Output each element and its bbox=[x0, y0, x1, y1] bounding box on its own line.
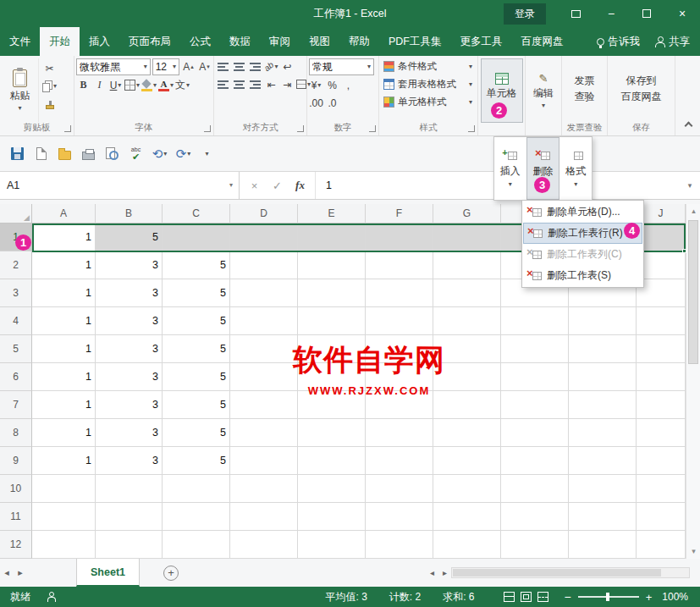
cell-B10[interactable] bbox=[96, 475, 163, 503]
cell-H5[interactable] bbox=[501, 335, 569, 363]
cell-I11[interactable] bbox=[569, 503, 637, 531]
cell-C9[interactable]: 5 bbox=[163, 447, 230, 475]
page-layout-view-button[interactable] bbox=[521, 592, 532, 602]
cell-J7[interactable] bbox=[637, 391, 686, 419]
wrap-text-button[interactable]: ↩ bbox=[280, 58, 295, 74]
close-button[interactable]: × bbox=[664, 0, 700, 27]
menu-item-delete-cells[interactable]: ×删除单元格(D)... bbox=[523, 201, 642, 223]
ribbon-tab-more-tools[interactable]: 更多工具 bbox=[451, 27, 512, 56]
cell-F2[interactable] bbox=[366, 251, 433, 279]
menu-item-delete-sheet[interactable]: ×删除工作表(S) bbox=[523, 265, 642, 286]
cell-J8[interactable] bbox=[637, 419, 686, 447]
select-all-corner[interactable]: ◢ bbox=[0, 204, 32, 223]
cell-F9[interactable] bbox=[366, 447, 433, 475]
cell-D4[interactable] bbox=[230, 307, 298, 335]
cell-J12[interactable] bbox=[637, 531, 686, 559]
font-size-select[interactable]: 12 ▾ bbox=[152, 58, 179, 75]
cell-C6[interactable]: 5 bbox=[163, 363, 230, 391]
sheet-tab-sheet1[interactable]: Sheet1 bbox=[76, 559, 140, 587]
cell-B12[interactable] bbox=[96, 531, 163, 559]
cell-C11[interactable] bbox=[163, 503, 230, 531]
col-header-E[interactable]: E bbox=[298, 204, 366, 223]
grow-font-button[interactable]: A▴ bbox=[181, 59, 196, 75]
cell-A6[interactable]: 1 bbox=[32, 363, 96, 391]
row-header-10[interactable]: 10 bbox=[0, 475, 32, 503]
cell-H10[interactable] bbox=[501, 475, 569, 503]
insert-function-button[interactable]: fx bbox=[289, 179, 311, 192]
ribbon-tab-review[interactable]: 审阅 bbox=[260, 27, 300, 56]
cell-B8[interactable]: 3 bbox=[96, 419, 163, 447]
cell-B3[interactable]: 3 bbox=[96, 279, 163, 307]
login-button[interactable]: 登录 bbox=[504, 3, 546, 25]
cell-A7[interactable]: 1 bbox=[32, 391, 96, 419]
cell-J6[interactable] bbox=[637, 363, 686, 391]
cell-F11[interactable] bbox=[366, 503, 433, 531]
cell-G2[interactable] bbox=[433, 251, 501, 279]
ribbon-tab-insert[interactable]: 插入 bbox=[80, 27, 119, 56]
zoom-in-button[interactable]: + bbox=[646, 591, 653, 604]
col-header-B[interactable]: B bbox=[96, 204, 163, 223]
scroll-down-icon[interactable]: ▾ bbox=[686, 544, 700, 559]
cell-C4[interactable]: 5 bbox=[163, 307, 230, 335]
decrease-decimal-button[interactable]: .0 bbox=[325, 95, 339, 111]
conditional-formatting-button[interactable]: 条件格式 ▾ bbox=[381, 58, 476, 74]
cell-C8[interactable]: 5 bbox=[163, 419, 230, 447]
cell-E11[interactable] bbox=[298, 503, 366, 531]
cell-H9[interactable] bbox=[501, 447, 569, 475]
row-header-11[interactable]: 11 bbox=[0, 503, 32, 531]
cell-I10[interactable] bbox=[569, 475, 637, 503]
cell-G3[interactable] bbox=[433, 279, 501, 307]
cell-E3[interactable] bbox=[298, 279, 366, 307]
ribbon-tab-file[interactable]: 文件 bbox=[0, 27, 40, 56]
ribbon-tab-baidu-netdisk[interactable]: 百度网盘 bbox=[512, 27, 573, 56]
normal-view-button[interactable] bbox=[504, 592, 515, 602]
cell-C12[interactable] bbox=[163, 531, 230, 559]
collapse-ribbon-icon[interactable] bbox=[685, 122, 693, 130]
row-header-12[interactable]: 12 bbox=[0, 531, 32, 559]
ribbon-tab-data[interactable]: 数据 bbox=[220, 27, 260, 56]
align-left-button[interactable] bbox=[216, 76, 230, 92]
cell-E6[interactable] bbox=[298, 363, 366, 391]
cell-A9[interactable]: 1 bbox=[32, 447, 96, 475]
alignment-dialog-launcher[interactable] bbox=[297, 125, 304, 132]
row-header-6[interactable]: 6 bbox=[0, 363, 32, 391]
redo-button[interactable]: ⟳▾ bbox=[173, 143, 194, 165]
cell-H4[interactable] bbox=[501, 307, 569, 335]
cell-H8[interactable] bbox=[501, 419, 569, 447]
font-dialog-launcher[interactable] bbox=[204, 125, 211, 132]
cell-I5[interactable] bbox=[569, 335, 637, 363]
cell-C2[interactable]: 5 bbox=[163, 251, 230, 279]
ribbon-tab-pdf-tools[interactable]: PDF工具集 bbox=[379, 27, 451, 56]
decrease-indent-button[interactable]: ⇤ bbox=[264, 76, 278, 92]
font-name-select[interactable]: 微软雅黑 ▾ bbox=[76, 58, 151, 75]
paste-button[interactable]: 粘贴 ▾ bbox=[2, 58, 39, 122]
ribbon-display-options-button[interactable] bbox=[558, 0, 593, 27]
cell-B1[interactable]: 5 bbox=[96, 223, 163, 251]
cell-A3[interactable]: 1 bbox=[32, 279, 96, 307]
add-sheet-button[interactable]: + bbox=[163, 566, 179, 581]
cell-F1[interactable] bbox=[366, 223, 433, 251]
align-bottom-button[interactable] bbox=[248, 58, 262, 74]
cell-E10[interactable] bbox=[298, 475, 366, 503]
cell-J9[interactable] bbox=[637, 447, 686, 475]
ribbon-tab-help[interactable]: 帮助 bbox=[339, 27, 379, 56]
cell-G4[interactable] bbox=[433, 307, 501, 335]
cell-F7[interactable] bbox=[366, 391, 433, 419]
borders-button[interactable]: ▾ bbox=[124, 77, 140, 93]
vertical-scrollbar-thumb[interactable] bbox=[688, 220, 698, 364]
cell-D8[interactable] bbox=[230, 419, 298, 447]
cell-A8[interactable]: 1 bbox=[32, 419, 96, 447]
ribbon-tab-view[interactable]: 视图 bbox=[300, 27, 339, 56]
increase-decimal-button[interactable]: .00 bbox=[309, 95, 323, 111]
bold-button[interactable]: B bbox=[76, 77, 91, 93]
cell-G11[interactable] bbox=[433, 503, 501, 531]
scroll-right-icon[interactable]: ▸ bbox=[438, 568, 451, 577]
styles-dialog-launcher[interactable] bbox=[468, 125, 475, 132]
cell-D5[interactable] bbox=[230, 335, 298, 363]
cell-D9[interactable] bbox=[230, 447, 298, 475]
cell-I8[interactable] bbox=[569, 419, 637, 447]
row-header-9[interactable]: 9 bbox=[0, 447, 32, 475]
ribbon-tab-page-layout[interactable]: 页面布局 bbox=[119, 27, 180, 56]
fill-color-button[interactable]: ▾ bbox=[141, 77, 157, 93]
col-header-G[interactable]: G bbox=[433, 204, 501, 223]
